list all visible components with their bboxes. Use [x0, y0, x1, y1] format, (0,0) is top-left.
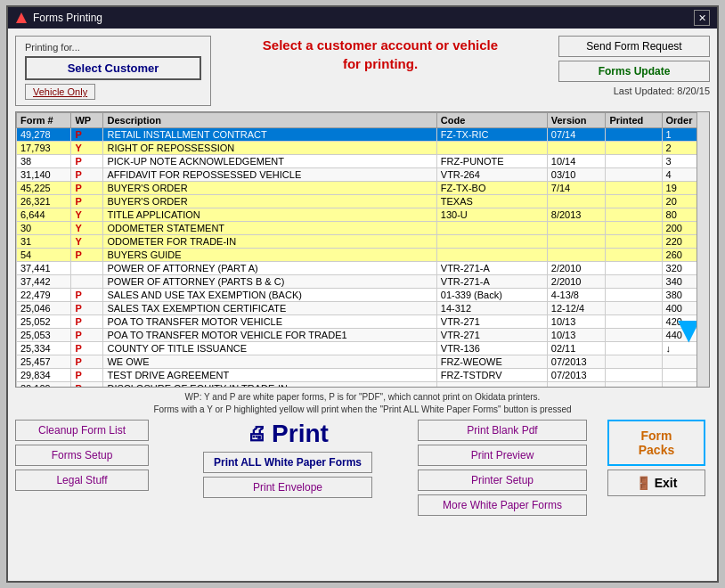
table-row[interactable]: 25,053PPOA TO TRANSFER MOTOR VEHICLE FOR… [17, 329, 709, 342]
print-label-area: 🖨 Print [247, 420, 329, 448]
table-row[interactable]: 29,834PTEST DRIVE AGREEMENTFRZ-TSTDRV07/… [17, 369, 709, 382]
scrollbar[interactable] [696, 112, 709, 387]
select-customer-button[interactable]: Select Customer [25, 56, 201, 80]
table-cell: VTR-271-A [436, 262, 547, 275]
table-cell: 4-13/8 [547, 289, 606, 302]
table-cell: VTR-271 [436, 315, 547, 329]
table-cell: TEXAS [436, 195, 547, 208]
table-cell: 26,321 [17, 195, 71, 208]
table-cell: P [71, 168, 103, 182]
table-row[interactable]: 31,140PAFFIDAVIT FOR REPOSSESSED VEHICLE… [17, 168, 709, 182]
table-cell: 25,046 [17, 302, 71, 315]
app-icon [15, 12, 28, 24]
table-cell: 17,793 [17, 142, 71, 155]
send-form-request-button[interactable]: Send Form Request [558, 36, 710, 57]
table-cell [606, 249, 662, 262]
table-row[interactable]: 38PPICK-UP NOTE ACKNOWLEDGEMENTFRZ-PUNOT… [17, 155, 709, 168]
bottom-far-right-buttons: Form Packs 🚪 Exit [603, 420, 710, 516]
close-button[interactable]: ✕ [694, 10, 710, 26]
table-cell [547, 222, 606, 235]
table-row[interactable]: 30,109PDISCLOSURE OF EQUITY IN TRADE-IN [17, 382, 709, 388]
legal-stuff-button[interactable]: Legal Stuff [15, 470, 149, 491]
table-cell: 22,479 [17, 289, 71, 302]
bottom-left-buttons: Cleanup Form List Forms Setup Legal Stuf… [15, 420, 158, 516]
table-row[interactable]: 22,479PSALES AND USE TAX EXEMPTION (BACK… [17, 289, 709, 302]
table-cell: 38 [17, 155, 71, 168]
table-row[interactable]: 45,225PBUYER'S ORDERFZ-TX-BO7/1419 [17, 182, 709, 195]
table-cell: SALES AND USE TAX EXEMPTION (BACK) [103, 289, 436, 302]
print-blank-pdf-button[interactable]: Print Blank Pdf [418, 420, 587, 441]
table-cell: 7/14 [547, 182, 606, 195]
table-row[interactable]: 25,334PCOUNTY OF TITLE ISSUANCEVTR-13602… [17, 342, 709, 355]
more-white-paper-button[interactable]: More White Paper Forms [418, 494, 587, 516]
print-envelope-button[interactable]: Print Envelope [203, 477, 372, 498]
table-cell: 45,225 [17, 182, 71, 195]
table-cell: VTR-271 [436, 329, 547, 342]
table-cell: 8/2013 [547, 208, 606, 222]
table-cell: 10/13 [547, 315, 606, 329]
table-cell: TEST DRIVE AGREEMENT [103, 369, 436, 382]
table-row[interactable]: 25,052PPOA TO TRANSFER MOTOR VEHICLEVTR-… [17, 315, 709, 329]
bottom-right-buttons: Print Blank Pdf Print Preview Printer Se… [418, 420, 596, 516]
table-cell: VTR-264 [436, 168, 547, 182]
col-wp: WP [71, 113, 103, 128]
table-cell: 2/2010 [547, 275, 606, 289]
col-printed: Printed [606, 113, 662, 128]
table-row[interactable]: 25,457PWE OWEFRZ-WEOWE07/2013 [17, 355, 709, 369]
printer-setup-button[interactable]: Printer Setup [418, 470, 587, 491]
table-cell: P [71, 182, 103, 195]
table-cell [606, 342, 662, 355]
table-cell [606, 208, 662, 222]
table-row[interactable]: 37,441POWER OF ATTORNEY (PART A)VTR-271-… [17, 262, 709, 275]
table-row[interactable]: 37,442POWER OF ATTORNEY (PARTS B & C)VTR… [17, 275, 709, 289]
exit-button[interactable]: 🚪 Exit [607, 470, 705, 496]
form-packs-button[interactable]: Form Packs [607, 420, 705, 466]
forms-setup-button[interactable]: Forms Setup [15, 445, 149, 466]
table-cell [606, 315, 662, 329]
table-cell: 25,334 [17, 342, 71, 355]
title-bar: Forms Printing ✕ [8, 7, 717, 29]
table-row[interactable]: 26,321PBUYER'S ORDERTEXAS20 [17, 195, 709, 208]
exit-icon: 🚪 [636, 476, 651, 490]
print-preview-button[interactable]: Print Preview [418, 445, 587, 466]
table-header-row: Form # WP Description Code Version Print… [17, 113, 709, 128]
table-cell: 10/13 [547, 329, 606, 342]
table-cell [606, 222, 662, 235]
vehicle-only-button[interactable]: Vehicle Only [25, 84, 95, 100]
table-cell: P [71, 315, 103, 329]
table-cell [606, 182, 662, 195]
cleanup-form-list-button[interactable]: Cleanup Form List [15, 420, 149, 441]
forms-update-button[interactable]: Forms Update [558, 61, 710, 82]
print-text: Print [272, 420, 329, 448]
printing-for-label: Printing for... [25, 42, 201, 53]
bottom-center: 🖨 Print Print ALL White Paper Forms Prin… [165, 420, 411, 516]
table-cell: P [71, 369, 103, 382]
table-row[interactable]: 6,644YTITLE APPLICATION130-U8/201380 [17, 208, 709, 222]
table-cell: 25,053 [17, 329, 71, 342]
table-row[interactable]: 17,793YRIGHT OF REPOSSESSION2 [17, 142, 709, 155]
table-cell: POA TO TRANSFER MOTOR VEHICLE [103, 315, 436, 329]
table-cell: 2/2010 [547, 262, 606, 275]
table-cell: FRZ-TSTDRV [436, 369, 547, 382]
table-row[interactable]: 49,278PRETAIL INSTALLMENT CONTRACTFZ-TX-… [17, 128, 709, 142]
table-row[interactable]: 54PBUYERS GUIDE260 [17, 249, 709, 262]
table-cell: FRZ-PUNOTE [436, 155, 547, 168]
forms-table-container: Form # WP Description Code Version Print… [15, 111, 710, 388]
table-cell: 07/2013 [547, 369, 606, 382]
main-window: Forms Printing ✕ Printing for... Select … [6, 5, 719, 583]
table-cell: BUYER'S ORDER [103, 195, 436, 208]
table-cell [436, 249, 547, 262]
col-version: Version [547, 113, 606, 128]
table-row[interactable]: 25,046PSALES TAX EXEMPTION CERTIFICATE14… [17, 302, 709, 315]
table-cell: VTR-271-A [436, 275, 547, 289]
col-form: Form # [17, 113, 71, 128]
table-row[interactable]: 31YODOMETER FOR TRADE-IN220 [17, 235, 709, 249]
table-cell: BUYERS GUIDE [103, 249, 436, 262]
table-cell [547, 235, 606, 249]
table-cell: P [71, 289, 103, 302]
select-message-line1: Select a customer account or vehicle [220, 36, 541, 54]
table-row[interactable]: 30YODOMETER STATEMENT200 [17, 222, 709, 235]
table-cell: VTR-136 [436, 342, 547, 355]
table-cell [606, 195, 662, 208]
print-all-white-button[interactable]: Print ALL White Paper Forms [203, 452, 372, 473]
